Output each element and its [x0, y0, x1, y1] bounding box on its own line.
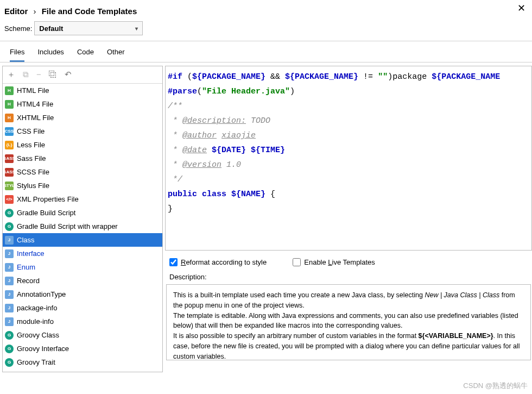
list-item[interactable]: SASSSass File	[3, 152, 162, 165]
list-item[interactable]: JEnum	[3, 260, 162, 274]
live-templates-checkbox[interactable]	[293, 258, 301, 266]
list-item-label: AnnotationType	[17, 290, 66, 298]
list-item-label: Groovy Class	[17, 331, 59, 339]
scheme-dropdown[interactable]: Default ▾	[34, 21, 143, 35]
list-item[interactable]: HXHTML File	[3, 111, 162, 124]
list-toolbar: ＋ ⧉ − ⿻ ↶	[3, 66, 162, 84]
file-type-icon: J	[5, 277, 14, 285]
list-item-label: HTML4 File	[17, 100, 53, 108]
file-type-icon: H	[5, 100, 14, 109]
scheme-value: Default	[39, 24, 63, 33]
list-item[interactable]: JClass	[3, 233, 162, 247]
list-item-label: Stylus File	[17, 182, 49, 190]
list-item[interactable]: GGradle Build Script with wrapper	[3, 220, 162, 233]
list-item-label: package-info	[17, 304, 57, 312]
file-type-icon: CSS	[5, 127, 14, 136]
list-item[interactable]: SASSSCSS File	[3, 165, 162, 179]
add-icon[interactable]: ＋	[7, 70, 15, 80]
file-type-icon: H	[5, 86, 14, 95]
list-item[interactable]: HHTML File	[3, 84, 162, 97]
template-list-panel: ＋ ⧉ − ⿻ ↶ HHTML FileHHTML4 FileHXHTML Fi…	[2, 66, 163, 372]
file-list: HHTML FileHHTML4 FileHXHTML FileCSSCSS F…	[3, 84, 162, 372]
tab-code[interactable]: Code	[77, 48, 94, 62]
list-item-label: CSS File	[17, 127, 45, 135]
tab-includes[interactable]: Includes	[37, 48, 64, 62]
tab-files[interactable]: Files	[10, 48, 24, 62]
breadcrumb: Editor › File and Code Templates	[0, 0, 532, 19]
list-item-label: Sass File	[17, 154, 46, 162]
file-type-icon: STYL	[5, 182, 14, 190]
list-item-label: HTML File	[17, 86, 49, 95]
list-item[interactable]: Jpackage-info	[3, 301, 162, 315]
file-type-icon: J	[5, 317, 14, 326]
reformat-checkbox-label[interactable]: Reformat according to style	[169, 258, 267, 266]
file-type-icon: G	[5, 345, 14, 353]
list-item-label: Less File	[17, 141, 45, 149]
list-item[interactable]: GGroovy Trait	[3, 355, 162, 369]
copy-icon[interactable]: ⿻	[49, 70, 57, 80]
live-templates-checkbox-label[interactable]: Enable Live Templates	[293, 258, 375, 266]
list-item[interactable]: </>XML Properties File	[3, 192, 162, 206]
list-item[interactable]: JInterface	[3, 247, 162, 260]
list-item[interactable]: GGroovy Interface	[3, 342, 162, 355]
breadcrumb-sep: ›	[34, 7, 36, 16]
list-item[interactable]: CSSCSS File	[3, 124, 162, 138]
file-type-icon: J	[5, 236, 14, 245]
file-type-icon: J	[5, 290, 14, 299]
file-type-icon: J	[5, 304, 14, 312]
file-type-icon: G	[5, 331, 14, 340]
file-type-icon: </>	[5, 195, 14, 204]
list-item-label: XHTML File	[17, 114, 54, 122]
list-item-label: Gradle Build Script	[17, 209, 75, 217]
list-item[interactable]: Jmodule-info	[3, 315, 162, 328]
tab-other[interactable]: Other	[107, 48, 125, 62]
list-item-label: SCSS File	[17, 168, 49, 176]
copy-template-icon[interactable]: ⧉	[23, 70, 29, 80]
file-type-icon: G	[5, 222, 14, 231]
breadcrumb-parent[interactable]: Editor	[4, 7, 28, 16]
reformat-checkbox[interactable]	[169, 258, 178, 266]
list-item-label: XML Properties File	[17, 195, 79, 203]
list-item-label: Enum	[17, 263, 35, 271]
scheme-label: Scheme:	[4, 24, 32, 33]
description-label: Description:	[165, 272, 532, 284]
close-icon[interactable]: ✕	[517, 2, 525, 14]
remove-icon[interactable]: −	[36, 70, 41, 80]
tabs: FilesIncludesCodeOther	[0, 41, 532, 62]
list-item[interactable]: JRecord	[3, 274, 162, 287]
file-type-icon: G	[5, 209, 14, 217]
file-type-icon: H	[5, 114, 14, 122]
list-item[interactable]: STYLStylus File	[3, 179, 162, 192]
list-item[interactable]: JAnnotationType	[3, 287, 162, 301]
list-item[interactable]: GGradle Build Script	[3, 206, 162, 220]
chevron-down-icon: ▾	[135, 26, 138, 32]
list-item-label: Record	[17, 277, 40, 285]
description-box: This is a built-in template used each ti…	[166, 284, 531, 360]
watermark: CSDN @熟透的蜗牛	[463, 381, 528, 391]
code-editor[interactable]: #if (${PACKAGE_NAME} && ${PACKAGE_NAME} …	[165, 66, 532, 251]
file-type-icon: G	[5, 358, 14, 367]
undo-icon[interactable]: ↶	[65, 70, 72, 80]
list-item-label: Groovy Trait	[17, 358, 55, 366]
list-item-label: Class	[17, 236, 35, 244]
list-item[interactable]: {L}Less File	[3, 138, 162, 152]
list-item-label: Interface	[17, 249, 45, 258]
list-item-label: Groovy Interface	[17, 345, 69, 353]
file-type-icon: SASS	[5, 168, 14, 177]
file-type-icon: J	[5, 249, 14, 258]
file-type-icon: {L}	[5, 141, 14, 149]
list-item[interactable]: GGroovy Class	[3, 328, 162, 342]
breadcrumb-current: File and Code Templates	[42, 7, 137, 16]
list-item-label: module-info	[17, 317, 54, 326]
file-type-icon: SASS	[5, 154, 14, 163]
list-item[interactable]: HHTML4 File	[3, 97, 162, 111]
file-type-icon: J	[5, 263, 14, 272]
list-item-label: Gradle Build Script with wrapper	[17, 222, 118, 230]
